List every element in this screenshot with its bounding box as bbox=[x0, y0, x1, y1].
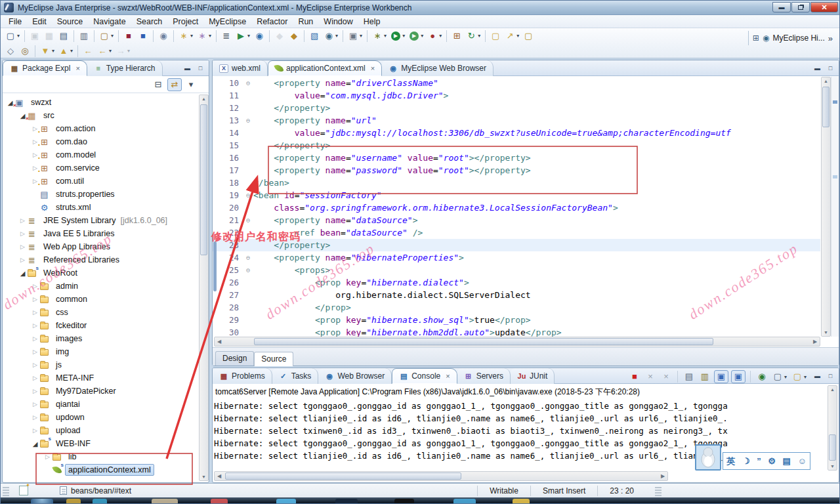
code-line-13[interactable]: 13⊖ <property name="url" bbox=[213, 114, 820, 127]
editor-hscrollbar[interactable]: ◀ ▶ bbox=[214, 337, 820, 346]
deploy-package-button[interactable]: ■ bbox=[136, 30, 150, 43]
tree-item-java-ee-5-libraries[interactable]: ▷≣Java EE 5 Libraries bbox=[3, 227, 198, 240]
expand-arrow-icon[interactable]: ▷ bbox=[32, 375, 39, 381]
deploy-project-button[interactable]: ■ bbox=[122, 30, 135, 43]
open-resource-folder-button[interactable]: ▢ bbox=[489, 30, 502, 43]
search-button[interactable]: ◎ bbox=[18, 45, 32, 58]
new-wizard-button[interactable]: ▢▾ bbox=[4, 30, 21, 43]
tree-item-webroot[interactable]: ◢sWebRoot bbox=[3, 266, 198, 280]
expand-arrow-icon[interactable]: ◢ bbox=[32, 440, 39, 448]
expand-arrow-icon[interactable]: ▷ bbox=[32, 362, 39, 368]
editor-scrollbar[interactable]: ▲ ▼ bbox=[821, 77, 831, 337]
open-console-button[interactable]: ▢▾ bbox=[791, 370, 808, 383]
tab-package-expl[interactable]: ▦Package Expl× bbox=[3, 60, 87, 76]
maximize-editor-icon[interactable]: □ bbox=[825, 63, 836, 73]
expand-arrow-icon[interactable]: ▷ bbox=[32, 296, 39, 303]
code-line-22[interactable]: 22 <ref bean="dataSource" /> bbox=[213, 226, 820, 239]
perspective-label[interactable]: MyEclipse Hi... bbox=[772, 33, 824, 43]
expand-arrow-icon[interactable]: ▷ bbox=[19, 217, 26, 224]
ime-fullwidth-icon[interactable]: ☽ bbox=[742, 457, 750, 465]
tree-item-meta-inf[interactable]: ▷META-INF bbox=[3, 371, 198, 385]
new-report-button[interactable]: ▧ bbox=[308, 30, 321, 43]
tree-item-updown[interactable]: ▷updown bbox=[3, 411, 198, 424]
fold-toggle-icon[interactable]: ⊖ bbox=[243, 114, 253, 127]
close-icon[interactable]: × bbox=[75, 64, 79, 72]
taskbar-item[interactable] bbox=[152, 499, 178, 504]
expand-arrow-icon[interactable]: ▷ bbox=[32, 401, 39, 408]
tree-item-com-dao[interactable]: ▷⊞•com.dao bbox=[3, 135, 198, 148]
view-menu-button[interactable]: ▾ bbox=[184, 78, 198, 91]
expand-arrow-icon[interactable]: ▷ bbox=[19, 257, 26, 263]
menu-project[interactable]: Project bbox=[167, 16, 203, 28]
run-on-server-button[interactable]: ▶▾ bbox=[234, 30, 251, 43]
code-line-12[interactable]: 12 </property> bbox=[213, 102, 820, 114]
tree-item-web-inf[interactable]: ◢sWEB-INF bbox=[3, 437, 198, 450]
remove-all-terminated-button[interactable]: × bbox=[660, 370, 673, 383]
clear-console-button[interactable]: ▤ bbox=[682, 370, 696, 383]
console-hscrollbar[interactable]: ◀ ▶ bbox=[214, 471, 668, 481]
overview-marker[interactable] bbox=[833, 100, 837, 104]
tree-item-com-model[interactable]: ▷⊞•com.model bbox=[3, 148, 198, 161]
ime-tools-icon[interactable]: ⚙ bbox=[768, 457, 776, 465]
code-line-30[interactable]: 30 <prop key="hibernate.hbm2ddl.auto">up… bbox=[213, 326, 820, 337]
tab-web-xml[interactable]: Xweb.xml bbox=[213, 60, 268, 76]
expand-arrow-icon[interactable]: ◢ bbox=[19, 270, 26, 277]
debug-button[interactable]: ∗▾ bbox=[371, 30, 388, 43]
fold-toggle-icon[interactable]: ⊖ bbox=[243, 251, 253, 264]
code-line-17[interactable]: 17 <property name="password" value="root… bbox=[213, 164, 820, 177]
menu-file[interactable]: File bbox=[3, 16, 27, 28]
tree-item-swzxt[interactable]: ◢▣×swzxt bbox=[3, 96, 198, 109]
show-on-output-button[interactable]: ▣ bbox=[731, 370, 746, 383]
expand-arrow-icon[interactable]: ▷ bbox=[44, 453, 51, 460]
minimize-console-icon[interactable]: ▬ bbox=[812, 371, 823, 381]
tree-item-lib[interactable]: ▷lib bbox=[3, 450, 198, 463]
tab-problems[interactable]: ▦Problems bbox=[213, 368, 272, 384]
ime-clipboard-icon[interactable]: ▤ bbox=[782, 457, 790, 465]
tree-item-jre-system-library[interactable]: ▷≣JRE System Library [jdk1.6.0_06] bbox=[3, 214, 198, 227]
tab-servers[interactable]: ⊞Servers bbox=[457, 368, 511, 384]
page-tab-source[interactable]: Source bbox=[254, 352, 293, 366]
scrollbar-thumb[interactable] bbox=[822, 87, 830, 127]
console-scrollbar[interactable]: ▲ ▼ bbox=[828, 385, 837, 471]
perspective-more-chevron[interactable]: » bbox=[828, 33, 833, 43]
new-web-component-button[interactable]: ▢▾ bbox=[98, 30, 115, 43]
menu-refactor[interactable]: Refactor bbox=[251, 16, 293, 28]
code-line-15[interactable]: 15 </property> bbox=[213, 139, 820, 152]
tab-type-hierarch[interactable]: ≡Type Hierarch bbox=[87, 60, 163, 76]
expand-arrow-icon[interactable]: ▷ bbox=[32, 348, 39, 355]
code-line-10[interactable]: 10⊖ <property name="driverClassName" bbox=[213, 77, 820, 89]
coverage-button[interactable]: ●▾ bbox=[426, 30, 443, 43]
ime-punctuation-icon[interactable]: ” bbox=[757, 457, 761, 465]
tree-item-admin[interactable]: ▷admin bbox=[3, 280, 198, 293]
new-class-button[interactable]: ∗▾ bbox=[177, 30, 194, 43]
web-browser-button[interactable]: ◉ bbox=[253, 30, 266, 43]
tab-console[interactable]: ▤Console× bbox=[392, 368, 457, 384]
tree-item-struts-properties[interactable]: ▤struts.properties bbox=[3, 188, 198, 201]
fold-toggle-icon[interactable]: ⊖ bbox=[243, 214, 253, 226]
minimize-button[interactable]: ▬ bbox=[772, 2, 791, 12]
next-annotation-button[interactable]: ▼▾ bbox=[39, 45, 56, 58]
shortcut-button[interactable]: ↗▾ bbox=[503, 30, 520, 43]
code-line-28[interactable]: 28 </prop> bbox=[213, 301, 820, 314]
xml-source-editor[interactable]: 10⊖ <property name="driverClassName"11 v… bbox=[213, 77, 820, 337]
tree-item-fckeditor[interactable]: ▷fckeditor bbox=[3, 319, 198, 332]
menu-source[interactable]: Source bbox=[52, 16, 89, 28]
word-wrap-button[interactable]: ▣ bbox=[714, 370, 728, 383]
code-line-29[interactable]: 29 <prop key="hibernate.show_sql">true</… bbox=[213, 314, 820, 326]
windows-taskbar[interactable] bbox=[1, 497, 840, 504]
tree-item-js[interactable]: ▷js bbox=[3, 358, 198, 371]
code-line-25[interactable]: 25⊖ <props> bbox=[213, 264, 820, 276]
scrollbar-thumb[interactable] bbox=[254, 338, 713, 345]
ime-emoji-icon[interactable]: ☺ bbox=[797, 457, 806, 465]
fast-view-icon[interactable] bbox=[19, 486, 28, 495]
scrollbar-thumb[interactable] bbox=[225, 472, 461, 480]
expand-arrow-icon[interactable]: ▷ bbox=[32, 388, 39, 394]
tree-item-css[interactable]: ▷css bbox=[3, 306, 198, 319]
taskbar-item[interactable] bbox=[276, 499, 296, 504]
menu-edit[interactable]: Edit bbox=[27, 16, 52, 28]
expand-arrow-icon[interactable]: ▷ bbox=[32, 309, 39, 316]
open-type-button[interactable]: ◇ bbox=[4, 45, 17, 58]
menu-run[interactable]: Run bbox=[293, 16, 318, 28]
expand-arrow-icon[interactable]: ▷ bbox=[32, 427, 39, 434]
profile-button[interactable]: ▶▾ bbox=[408, 30, 425, 43]
